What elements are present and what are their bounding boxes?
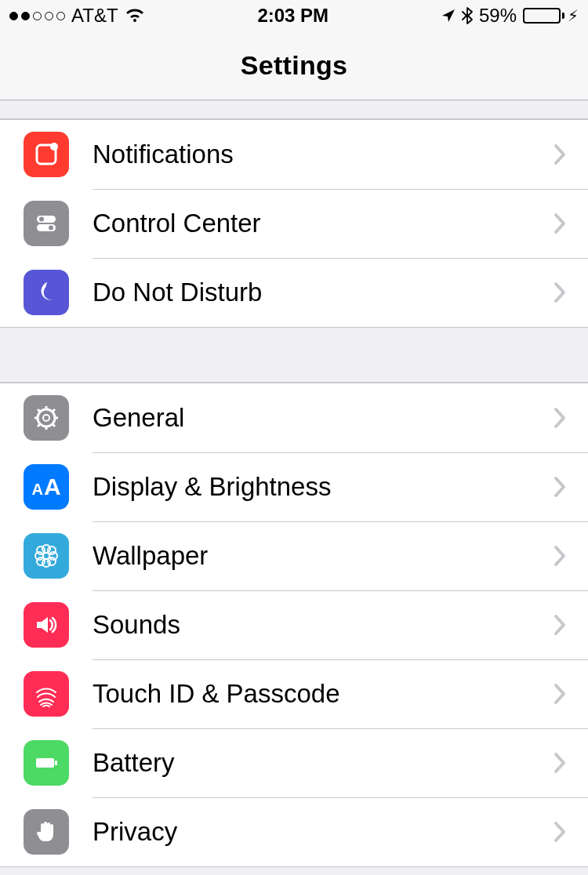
chevron-right-icon	[554, 407, 566, 429]
status-time: 2:03 PM	[257, 5, 328, 27]
status-right: 59% ⚡︎	[441, 5, 579, 27]
wifi-icon	[125, 8, 145, 24]
chevron-right-icon	[554, 476, 566, 498]
row-general[interactable]: General	[0, 383, 588, 452]
group-spacer	[0, 328, 588, 383]
svg-line-15	[38, 423, 41, 427]
control-center-icon	[24, 201, 69, 246]
row-privacy[interactable]: Privacy	[0, 797, 588, 866]
battery-icon	[24, 740, 69, 786]
moon-icon	[24, 270, 69, 315]
chevron-right-icon	[554, 143, 566, 165]
notifications-icon	[24, 132, 69, 177]
bluetooth-icon	[462, 7, 473, 24]
row-do-not-disturb[interactable]: Do Not Disturb	[0, 258, 588, 327]
hand-icon	[24, 809, 69, 855]
row-touch-id-passcode[interactable]: Touch ID & Passcode	[0, 659, 588, 728]
row-label: Wallpaper	[93, 541, 554, 571]
svg-rect-26	[55, 761, 57, 765]
row-sounds[interactable]: Sounds	[0, 590, 588, 659]
row-label: Battery	[93, 748, 554, 778]
settings-list: Notifications Control Center Do Not Dist…	[0, 100, 588, 867]
row-label: Notifications	[93, 140, 554, 169]
text-size-icon: AA	[24, 464, 69, 510]
row-label: Display & Brightness	[93, 472, 554, 502]
svg-point-5	[49, 226, 53, 231]
battery-percent: 59%	[479, 5, 517, 27]
svg-rect-25	[36, 758, 54, 768]
row-label: General	[93, 403, 554, 433]
row-control-center[interactable]: Control Center	[0, 189, 588, 258]
location-icon	[441, 9, 456, 23]
row-label: Touch ID & Passcode	[93, 679, 554, 709]
battery-icon: ⚡︎	[523, 6, 579, 25]
status-left: AT&T	[9, 5, 145, 27]
fingerprint-icon	[24, 671, 69, 717]
chevron-right-icon	[554, 752, 566, 774]
chevron-right-icon	[554, 614, 566, 636]
row-notifications[interactable]: Notifications	[0, 120, 588, 189]
svg-line-12	[38, 409, 41, 412]
settings-group: Notifications Control Center Do Not Dist…	[0, 119, 588, 328]
row-wallpaper[interactable]: Wallpaper	[0, 521, 588, 590]
speaker-icon	[24, 602, 69, 648]
row-battery[interactable]: Battery	[0, 728, 588, 797]
group-spacer	[0, 100, 588, 119]
row-label: Do Not Disturb	[93, 278, 554, 307]
row-label: Privacy	[93, 817, 554, 847]
chevron-right-icon	[554, 281, 566, 303]
chevron-right-icon	[554, 683, 566, 705]
row-display-brightness[interactable]: AA Display & Brightness	[0, 452, 588, 521]
settings-group: General AA Display & Brightness Wallpape…	[0, 383, 588, 867]
chevron-right-icon	[554, 212, 566, 234]
status-bar: AT&T 2:03 PM 59% ⚡︎	[0, 0, 588, 31]
signal-strength-icon	[9, 12, 65, 20]
page-title: Settings	[241, 50, 348, 81]
svg-point-1	[50, 143, 58, 151]
svg-point-7	[43, 415, 49, 421]
nav-bar: Settings	[0, 31, 588, 100]
gear-icon	[24, 395, 69, 441]
svg-line-13	[52, 423, 55, 427]
row-label: Sounds	[93, 610, 554, 640]
svg-point-3	[39, 217, 44, 222]
svg-line-14	[52, 409, 55, 412]
carrier-label: AT&T	[71, 5, 118, 27]
flower-icon	[24, 533, 69, 579]
chevron-right-icon	[554, 545, 566, 567]
row-label: Control Center	[93, 209, 554, 238]
chevron-right-icon	[554, 821, 566, 843]
